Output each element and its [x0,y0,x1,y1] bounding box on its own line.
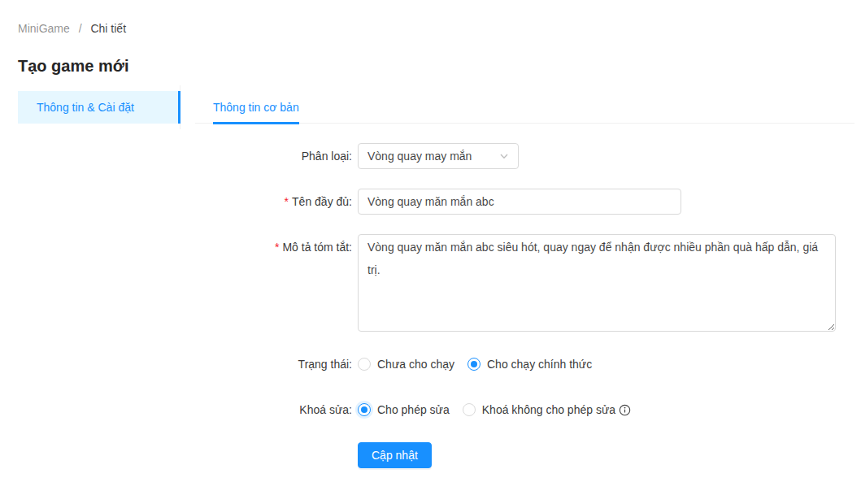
lock-edit-label: Khoá sửa: [0,397,352,423]
description-textarea[interactable]: Vòng quay măn mắn abc siêu hót, quay nga… [358,234,836,332]
lock-edit-label-text: Khoá sửa: [299,403,352,416]
page-title: Tạo game mới [18,57,861,76]
game-form: Phân loại: Vòng quay may mắn *Tên đầy đủ… [0,143,861,468]
full-name-input[interactable] [358,189,681,215]
description-label: *Mô tả tóm tắt: [0,234,352,260]
radio-run-official[interactable]: Cho chạy chính thức [467,358,592,371]
status-radio-group: Chưa cho chạy Cho chạy chính thức [358,351,605,377]
category-select-value: Vòng quay may mắn [367,150,472,163]
radio-not-running[interactable]: Chưa cho chạy [358,358,454,371]
category-select[interactable]: Vòng quay may mắn [358,143,519,169]
category-label: Phân loại: [0,143,352,169]
required-mark: * [275,241,279,254]
status-label: Trạng thái: [0,351,352,377]
chevron-down-icon [499,151,509,161]
form-row-full-name: *Tên đầy đủ: [0,189,861,215]
radio-checked-icon [358,403,371,416]
full-name-label-text: Tên đầy đủ: [292,195,352,208]
submit-row: Cập nhật [0,442,861,468]
radio-allow-edit[interactable]: Cho phép sửa [358,403,450,416]
radio-allow-edit-label: Cho phép sửa [377,403,450,416]
lock-edit-radio-group: Cho phép sửa Khoá không cho phép sửa [358,397,644,423]
side-tab-info-settings[interactable]: Thông tin & Cài đặt [18,91,180,124]
description-label-text: Mô tả tóm tắt: [282,241,352,254]
form-row-description: *Mô tả tóm tắt: Vòng quay măn mắn abc si… [0,234,861,332]
update-button[interactable]: Cập nhật [358,442,432,468]
form-row-status: Trạng thái: Chưa cho chạy Cho chạy chính… [0,351,861,377]
description-control: Vòng quay măn mắn abc siêu hót, quay nga… [358,234,836,332]
radio-lock-no-edit[interactable]: Khoá không cho phép sửa [463,403,631,416]
full-name-label: *Tên đầy đủ: [0,189,352,215]
full-name-control [358,189,681,215]
top-tabs-bar: Thông tin cơ bản [195,91,854,124]
status-label-text: Trạng thái: [298,358,352,371]
tab-basic-info-label: Thông tin cơ bản [213,101,299,114]
breadcrumb-separator: / [79,22,82,35]
tabs-bar: Thông tin & Cài đặt Thông tin cơ bản [0,91,861,124]
form-row-lock-edit: Khoá sửa: Cho phép sửa Khoá không cho ph… [0,397,861,423]
breadcrumb-item-minigame[interactable]: MiniGame [18,22,70,35]
radio-not-running-label: Chưa cho chạy [377,358,454,371]
radio-unchecked-icon [463,403,476,416]
category-label-text: Phân loại: [302,150,352,163]
radio-run-official-label: Cho chạy chính thức [487,358,592,371]
side-tab-label: Thông tin & Cài đặt [37,101,134,114]
radio-unchecked-icon [358,358,371,371]
create-game-page: MiniGame / Chi tiết Tạo game mới Thông t… [0,20,861,468]
radio-checked-icon [467,358,481,371]
breadcrumb: MiniGame / Chi tiết [18,20,861,37]
required-mark: * [285,195,289,208]
form-row-category: Phân loại: Vòng quay may mắn [0,143,861,169]
category-control: Vòng quay may mắn [358,143,519,169]
tab-basic-info[interactable]: Thông tin cơ bản [213,91,299,124]
breadcrumb-item-detail: Chi tiết [90,22,126,35]
radio-lock-no-edit-label: Khoá không cho phép sửa [482,403,615,416]
info-circle-icon[interactable] [619,404,631,416]
